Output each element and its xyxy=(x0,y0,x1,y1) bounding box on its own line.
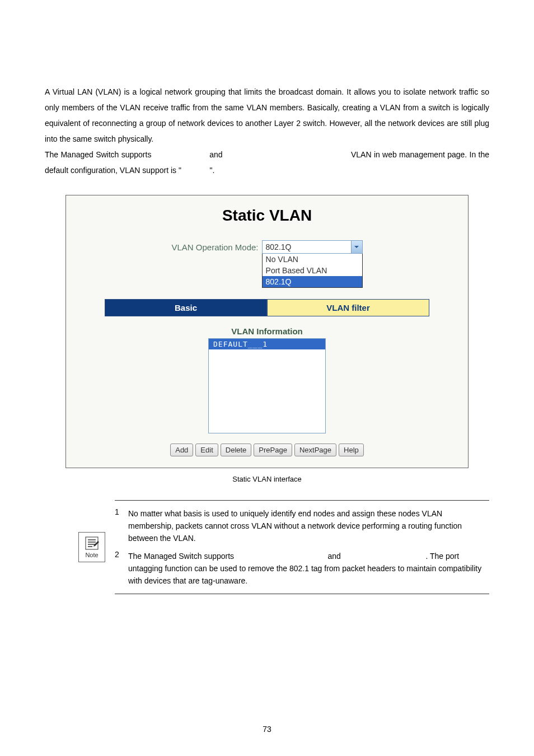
vlan-info-item-default[interactable]: DEFAULT___1 xyxy=(209,339,325,349)
vlan-mode-select[interactable]: 802.1Q xyxy=(262,240,363,254)
tab-basic[interactable]: Basic xyxy=(105,299,267,316)
prepage-button[interactable]: PrePage xyxy=(254,444,292,456)
figure-caption: Static VLAN interface xyxy=(45,475,489,483)
nextpage-button[interactable]: NextPage xyxy=(294,444,336,456)
vlan-mode-option-novlan[interactable]: No VLAN xyxy=(263,254,362,265)
note-num-2: 2 xyxy=(115,550,128,587)
chevron-down-icon xyxy=(351,241,362,253)
help-button[interactable]: Help xyxy=(339,444,364,456)
vlan-mode-dropdown: No VLAN Port Based VLAN 802.1Q xyxy=(262,254,363,288)
vlan-info-listbox[interactable]: DEFAULT___1 xyxy=(208,338,326,433)
page-number: 73 xyxy=(0,725,534,734)
static-vlan-panel: Static VLAN VLAN Operation Mode: 802.1Q … xyxy=(65,195,469,468)
note-num-1: 1 xyxy=(115,507,128,544)
vlan-info-title: VLAN Information xyxy=(66,326,468,336)
vlan-mode-label: VLAN Operation Mode: xyxy=(171,242,258,252)
note-content: 1 No matter what basis is used to unique… xyxy=(115,500,489,594)
vlan-mode-option-8021q[interactable]: 802.1Q xyxy=(263,276,362,287)
note-text-2: The Managed Switch supports and . The po… xyxy=(128,550,489,587)
paragraph-vlan-intro: A Virtual LAN (VLAN) is a logical networ… xyxy=(45,84,489,147)
note-icon: Note xyxy=(78,532,109,562)
note-icon-label: Note xyxy=(85,552,98,558)
note-text-1: No matter what basis is used to uniquely… xyxy=(128,507,489,544)
delete-button[interactable]: Delete xyxy=(221,444,252,456)
edit-button[interactable]: Edit xyxy=(195,444,218,456)
vlan-mode-selected: 802.1Q xyxy=(266,242,292,251)
tab-vlan-filter[interactable]: VLAN filter xyxy=(267,299,429,316)
vlan-mode-option-portbased[interactable]: Port Based VLAN xyxy=(263,265,362,276)
panel-title: Static VLAN xyxy=(66,207,468,225)
paragraph-vlan-modes: The Managed Switch supports and VLAN in … xyxy=(45,147,489,178)
add-button[interactable]: Add xyxy=(170,444,193,456)
